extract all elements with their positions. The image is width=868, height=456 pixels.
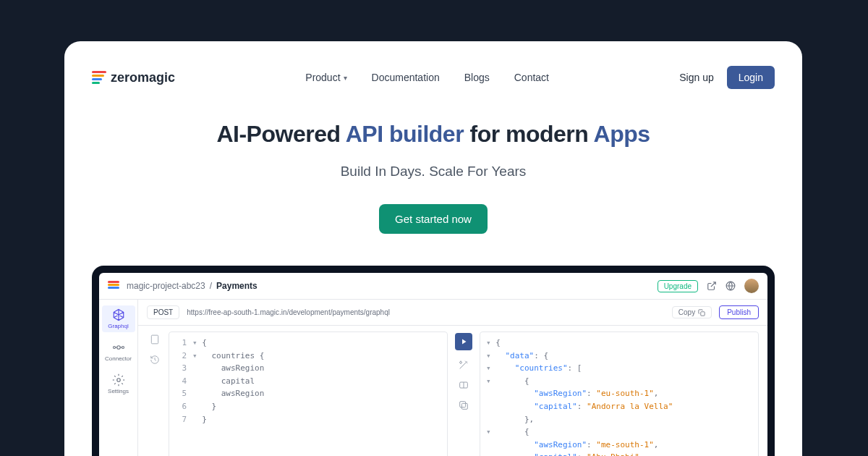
breadcrumb-project[interactable]: magic-project-abc23 (127, 281, 205, 291)
nav-blogs[interactable]: Blogs (464, 72, 490, 83)
file-icon[interactable] (150, 334, 160, 345)
breadcrumb-page: Payments (216, 281, 258, 291)
breadcrumb: magic-project-abc23 / Payments (127, 281, 258, 291)
sidebar-item-settings[interactable]: Settings (102, 371, 135, 397)
app-sidebar: Graphql Connector Settings (99, 300, 138, 456)
hero: AI-Powered API builder for modern Apps B… (92, 121, 775, 234)
publish-button[interactable]: Publish (719, 305, 759, 319)
hero-subtitle: Build In Days. Scale For Years (92, 164, 775, 180)
copy-icon[interactable] (458, 400, 469, 411)
app-logo-icon (108, 281, 119, 291)
play-icon (459, 337, 468, 346)
response-viewer[interactable]: ▾ { ▾ "data": { ▾ "countries": [ ▾ { "aw… (480, 332, 759, 456)
svg-point-1 (116, 346, 120, 350)
nav-right: Sign up Login (679, 66, 775, 89)
svg-point-4 (116, 379, 120, 382)
brand-name: zeromagic (111, 70, 175, 85)
avatar[interactable] (744, 279, 759, 293)
login-button[interactable]: Login (727, 66, 775, 89)
app-topbar: magic-project-abc23 / Payments Upgrade (99, 273, 767, 300)
chevron-down-icon: ▾ (344, 74, 347, 82)
svg-rect-8 (461, 403, 467, 409)
brand-logo[interactable]: zeromagic (92, 70, 175, 85)
sidebar-item-graphql[interactable]: Graphql (102, 305, 135, 332)
get-started-button[interactable]: Get started now (379, 204, 488, 234)
svg-point-3 (122, 347, 124, 349)
run-button[interactable] (455, 333, 472, 350)
svg-rect-9 (460, 402, 466, 408)
query-editor[interactable]: 1▾ { 2▾ countries { 3 awsRegion 4 capita… (169, 332, 448, 456)
merge-icon[interactable] (458, 379, 469, 391)
editor-area: 1▾ { 2▾ countries { 3 awsRegion 4 capita… (138, 326, 767, 456)
graphql-icon (112, 308, 125, 321)
app-main: POST https://free-ap-south-1.magic.in/de… (138, 300, 767, 456)
upgrade-button[interactable]: Upgrade (658, 280, 698, 292)
svg-point-2 (113, 347, 115, 349)
url-bar: POST https://free-ap-south-1.magic.in/de… (138, 300, 767, 326)
gear-icon (112, 373, 125, 387)
center-tool-column (454, 332, 474, 456)
signup-link[interactable]: Sign up (679, 72, 713, 83)
nav-documentation[interactable]: Documentation (372, 72, 440, 83)
landing-card: zeromagic Product ▾ Documentation Blogs … (64, 41, 802, 456)
nav-contact[interactable]: Contact (514, 72, 549, 83)
connector-icon (112, 341, 125, 354)
device-frame: magic-project-abc23 / Payments Upgrade G… (92, 266, 775, 456)
svg-rect-6 (151, 335, 158, 344)
http-method[interactable]: POST (147, 305, 179, 319)
nav-center: Product ▾ Documentation Blogs Contact (182, 72, 672, 83)
wand-icon[interactable] (458, 359, 469, 371)
external-link-icon[interactable] (707, 281, 717, 291)
logo-icon (92, 71, 106, 84)
hero-title: AI-Powered API builder for modern Apps (92, 121, 775, 148)
svg-rect-5 (701, 311, 705, 315)
nav-product[interactable]: Product ▾ (305, 72, 346, 83)
sidebar-item-connector[interactable]: Connector (102, 338, 135, 365)
globe-icon[interactable] (726, 281, 736, 291)
history-icon[interactable] (150, 355, 160, 365)
top-nav: zeromagic Product ▾ Documentation Blogs … (92, 63, 775, 92)
app-screenshot: magic-project-abc23 / Payments Upgrade G… (99, 273, 767, 456)
left-tool-column (147, 332, 163, 456)
endpoint-url: https://free-ap-south-1.magic.in/develop… (187, 308, 665, 316)
copy-button[interactable]: Copy (672, 306, 712, 318)
